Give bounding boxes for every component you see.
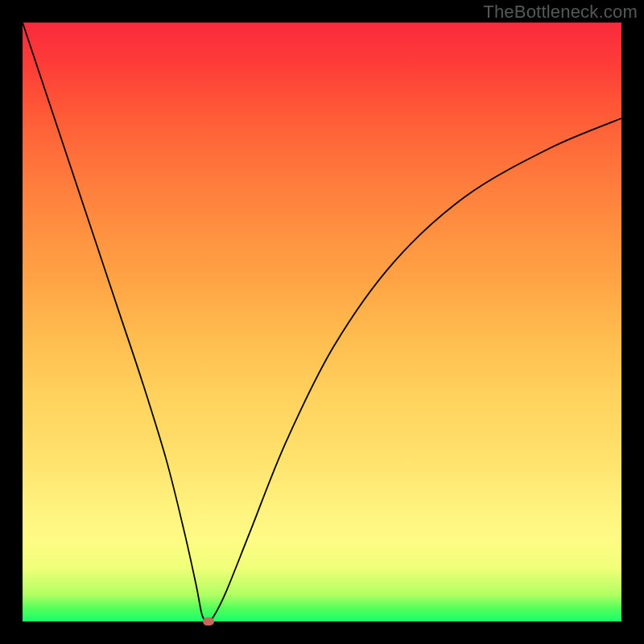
minimum-marker: [203, 617, 214, 625]
watermark-text: TheBottleneck.com: [483, 2, 638, 23]
curve-layer: [23, 23, 621, 621]
bottleneck-curve: [23, 23, 621, 621]
chart-frame: TheBottleneck.com: [0, 0, 644, 644]
plot-area: [23, 23, 621, 621]
